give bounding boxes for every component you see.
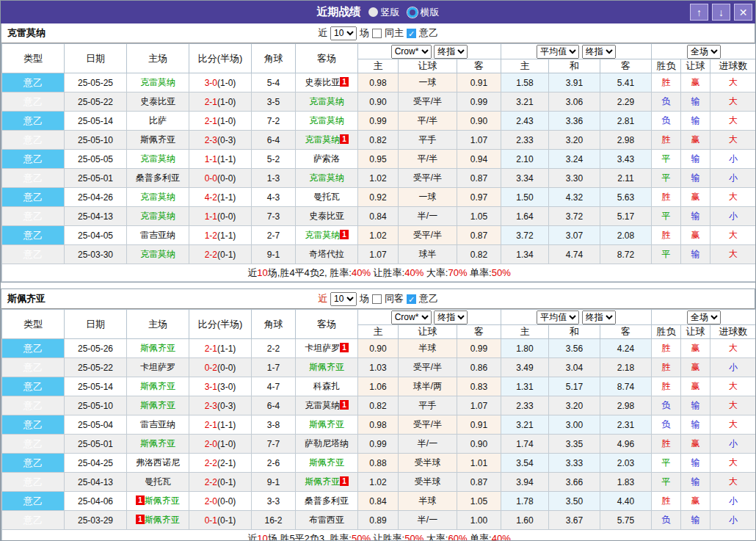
away-odds-cell: 1.00: [457, 511, 501, 530]
date-cell: 25-05-10: [65, 131, 127, 150]
away-odds-cell: 0.86: [457, 358, 501, 377]
handicap-cell: 平手: [399, 396, 457, 415]
home-team-cell: 克雷莫纳: [127, 207, 189, 226]
full-time-score: 3-0: [205, 78, 217, 88]
score-cell: 2-2(0-1): [189, 473, 252, 492]
avg-final-select[interactable]: 终指: [582, 45, 616, 59]
avg-home-cell: 1.64: [501, 207, 549, 226]
team-name-text: 斯佩齐亚: [140, 400, 175, 410]
avg-source-select[interactable]: 平均值: [537, 45, 579, 59]
summary-part: 40%: [352, 267, 371, 278]
recent-results-window: 近期战绩 竖版 横版 ↑ ↓ ✕ 克雷莫纳 近 10 场 同主: [0, 0, 756, 541]
league-checkbox[interactable]: ✓: [407, 294, 416, 304]
avg-final-select[interactable]: 终指: [582, 311, 616, 324]
layout-horizontal-radio[interactable]: 横版: [407, 6, 440, 19]
corner-cell: 1-7: [252, 358, 296, 377]
league-type-cell: 意乙: [2, 131, 65, 150]
league-type-cell: 意乙: [2, 473, 65, 492]
league-checkbox[interactable]: ✓: [407, 29, 416, 38]
team-name-text: 史泰比亚: [305, 77, 340, 87]
full-time-score: 2-1: [205, 420, 217, 430]
scope-select[interactable]: 全场: [687, 311, 721, 324]
date-cell: 25-05-04: [65, 415, 127, 435]
date-cell: 25-03-29: [65, 511, 127, 530]
team-name-text: 克雷莫纳: [140, 192, 175, 202]
col-score: 比分(半场): [189, 44, 252, 73]
team-name-text: 雷吉亚纳: [140, 419, 175, 429]
away-odds-cell: 0.91: [457, 73, 501, 92]
team-name-text: 克雷莫纳: [305, 134, 340, 145]
corner-cell: 5-2: [252, 150, 296, 169]
col-avg-draw: 和: [549, 59, 600, 73]
odds-final-select[interactable]: 终指: [434, 311, 468, 324]
handicap-cell: 半/一: [399, 207, 457, 226]
league-type-cell: 意乙: [2, 358, 65, 377]
handicap-cell: 一球: [399, 188, 457, 207]
odds-source-select[interactable]: Crow*: [391, 311, 432, 324]
team-name-text: 雷吉亚纳: [140, 230, 175, 240]
away-team-cell: 科森扎: [296, 377, 358, 396]
red-card-badge: 1: [340, 476, 349, 486]
corner-cell: 2-2: [252, 339, 296, 358]
summary-part: 50%: [352, 533, 371, 541]
recent-count-select[interactable]: 10: [330, 292, 357, 306]
corner-cell: 6-4: [252, 131, 296, 150]
odds-source-select[interactable]: Crow*: [391, 45, 432, 59]
result-cell: 负: [652, 396, 681, 415]
corner-cell: 9-1: [252, 245, 296, 264]
date-cell: 25-05-25: [65, 73, 127, 92]
radio-selected-icon[interactable]: [368, 7, 378, 17]
date-cell: 25-05-14: [65, 377, 127, 396]
summary-part: 10: [257, 267, 267, 278]
home-team-cell: 1斯佩齐亚: [127, 492, 189, 511]
score-cell: 3-1(3-0): [189, 377, 252, 396]
col-home: 主场: [127, 310, 189, 339]
handicap-result-cell: 赢: [681, 131, 710, 150]
avg-home-cell: 1.74: [501, 435, 549, 454]
away-odds-cell: 0.82: [457, 245, 501, 264]
avg-away-cell: 2.98: [600, 131, 652, 150]
match-row: 意乙25-05-22史泰比亚2-1(1-0)3-5克雷莫纳0.90受平/半0.9…: [2, 92, 756, 112]
avg-away-cell: 8.74: [600, 377, 652, 396]
match-row: 意乙25-05-14比萨2-1(1-0)7-2克雷莫纳0.99平/半0.902.…: [2, 112, 756, 131]
away-team-cell: 布雷西亚: [296, 511, 358, 530]
same-venue-checkbox[interactable]: [372, 294, 382, 304]
away-odds-cell: 0.97: [457, 188, 501, 207]
avg-draw-cell: 3.20: [549, 396, 600, 415]
team-name-text: 曼托瓦: [145, 476, 171, 487]
avg-draw-cell: 4.32: [549, 188, 600, 207]
odds-final-select[interactable]: 终指: [434, 45, 468, 59]
layout-horizontal-label: 横版: [421, 6, 440, 19]
corner-cell: 2-6: [252, 454, 296, 473]
home-team-cell: 斯佩齐亚: [127, 131, 189, 150]
away-odds-cell: 0.99: [457, 339, 501, 358]
layout-vertical-radio[interactable]: 竖版: [368, 6, 400, 19]
radio-unselected-icon[interactable]: [407, 7, 418, 18]
summary-part: 40%: [492, 533, 511, 541]
home-team-cell: 斯佩齐亚: [127, 396, 189, 415]
date-cell: 25-05-26: [65, 339, 127, 358]
result-cell: 平: [652, 169, 681, 188]
home-team-cell: 雷吉亚纳: [127, 415, 189, 435]
avg-home-cell: 3.94: [501, 473, 549, 492]
move-up-button[interactable]: ↑: [690, 4, 708, 21]
same-venue-checkbox[interactable]: [372, 29, 382, 38]
half-time-score: (0-0): [217, 496, 236, 506]
close-button[interactable]: ✕: [734, 4, 752, 21]
match-row: 意乙25-05-25克雷莫纳3-0(1-0)5-4史泰比亚10.98一球0.91…: [2, 73, 756, 92]
avg-source-select[interactable]: 平均值: [537, 311, 579, 324]
recent-count-select[interactable]: 10: [330, 26, 357, 40]
summary-part: 50%: [404, 533, 424, 541]
goals-result-cell: 大: [710, 131, 756, 150]
avg-home-cell: 1.78: [501, 492, 549, 511]
near-label: 近: [318, 26, 327, 40]
away-odds-cell: 0.87: [457, 226, 501, 245]
scope-select[interactable]: 全场: [687, 45, 721, 59]
move-down-button[interactable]: ↓: [712, 4, 730, 21]
result-cell: 胜: [652, 377, 681, 396]
corner-cell: 7-7: [252, 435, 296, 454]
scope-group-header: 全场: [652, 44, 756, 59]
half-time-score: (0-0): [217, 173, 236, 184]
summary-part: 大率:: [424, 533, 448, 541]
handicap-cell: 受平/半: [399, 92, 457, 112]
